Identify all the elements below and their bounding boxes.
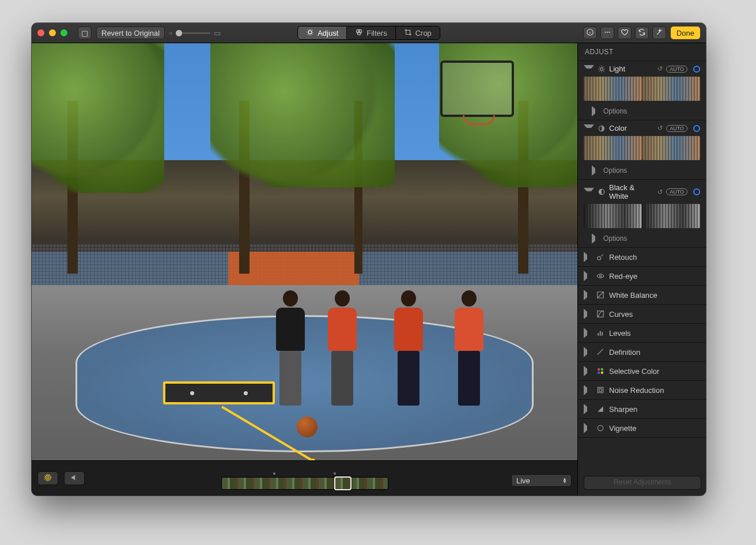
bw-header[interactable]: Black & White ↺ AUTO (578, 180, 706, 204)
disclosure-down-icon (584, 65, 594, 73)
filters-tab-label: Filters (366, 29, 387, 37)
svg-point-17 (599, 275, 602, 277)
light-auto-button[interactable]: AUTO (666, 66, 687, 73)
light-label: Light (609, 65, 654, 73)
filters-tab[interactable]: Filters (347, 27, 395, 39)
zoom-slider-group: ▫ ▭ (169, 29, 221, 37)
disclosure-right-icon (584, 290, 592, 300)
light-options-label: Options (603, 107, 627, 115)
revert-button[interactable]: Revert to Original (96, 27, 165, 39)
toolbar-right-icons (583, 27, 666, 39)
zoom-in-icon: ▭ (214, 29, 221, 37)
vignette-label: Vignette (609, 424, 700, 433)
bw-enable-toggle[interactable] (693, 188, 700, 195)
reset-adjustments-label: Reset Adjustments (614, 478, 671, 486)
reset-icon[interactable]: ↺ (657, 124, 663, 132)
light-preview-strip[interactable] (578, 77, 706, 104)
reset-icon[interactable]: ↺ (657, 188, 663, 196)
adjust-tab[interactable]: Adjust (298, 27, 347, 39)
done-button[interactable]: Done (671, 27, 700, 39)
reset-icon[interactable]: ↺ (657, 65, 663, 73)
redeye-icon (596, 272, 604, 280)
bw-icon (598, 188, 606, 196)
disclosure-right-icon (584, 385, 592, 395)
sidebar-toggle-button[interactable]: ▢ (78, 27, 92, 39)
live-mode-select[interactable]: Live ▲▼ (511, 474, 572, 487)
live-mode-value: Live (516, 476, 530, 485)
selectivecolor-label: Selective Color (609, 367, 700, 376)
disclosure-right-icon (584, 328, 592, 338)
sharpen-label: Sharpen (609, 405, 700, 414)
disclosure-right-icon (592, 233, 600, 244)
disclosure-right-icon (584, 404, 592, 414)
adjust-row-levels[interactable]: Levels (578, 324, 706, 343)
light-options-row[interactable]: Options (578, 104, 706, 120)
light-icon (598, 65, 606, 73)
adjust-sidebar: ADJUST Light ↺ AUTO O (577, 43, 706, 495)
timeline-marker-dot (273, 472, 275, 475)
done-label: Done (676, 29, 694, 37)
adjust-row-redeye[interactable]: Red-eye (578, 267, 706, 286)
light-enable-toggle[interactable] (693, 66, 700, 73)
crop-tab[interactable]: Crop (396, 27, 440, 39)
color-icon (598, 124, 606, 133)
disclosure-right-icon (584, 347, 592, 357)
adjust-row-retouch[interactable]: Retouch (578, 248, 706, 267)
adjust-row-whitebalance[interactable]: White Balance (578, 286, 706, 305)
live-photo-indicator-button[interactable] (37, 471, 58, 485)
adjust-row-noisereduction[interactable]: Noise Reduction (578, 381, 706, 400)
minimize-window-button[interactable] (49, 29, 56, 36)
timeline-keyframe-handle[interactable] (334, 476, 351, 490)
retouch-icon (596, 253, 604, 261)
light-header[interactable]: Light ↺ AUTO (578, 61, 706, 77)
disclosure-down-icon (584, 188, 594, 196)
close-window-button[interactable] (37, 29, 44, 36)
adjust-tab-label: Adjust (317, 29, 338, 37)
bw-auto-button[interactable]: AUTO (666, 188, 687, 195)
favorite-button[interactable] (618, 27, 632, 39)
bottom-bar: Live ▲▼ (32, 460, 577, 495)
disclosure-right-icon (584, 309, 592, 319)
fullscreen-window-button[interactable] (61, 29, 67, 36)
adjust-row-sharpen[interactable]: Sharpen (578, 400, 706, 419)
mute-button[interactable] (64, 471, 85, 485)
svg-point-13 (600, 67, 603, 70)
edit-mode-segmented: Adjust Filters Crop (297, 26, 440, 40)
timeline-strip[interactable] (221, 477, 388, 490)
photo-canvas[interactable] (32, 43, 577, 460)
disclosure-right-icon (584, 366, 592, 376)
color-options-row[interactable]: Options (578, 164, 706, 179)
retouch-label: Retouch (609, 253, 700, 262)
zoom-slider[interactable] (176, 32, 210, 34)
timeline-marker-dot (334, 472, 336, 475)
adjust-row-definition[interactable]: Definition (578, 343, 706, 362)
more-icon (603, 28, 611, 38)
curves-icon (596, 310, 604, 318)
main-column: Live ▲▼ (32, 43, 577, 495)
color-preview-strip[interactable] (578, 136, 706, 164)
rotate-icon (638, 28, 646, 38)
adjust-section-light: Light ↺ AUTO Options (578, 61, 706, 120)
bw-options-row[interactable]: Options (578, 232, 706, 247)
noisereduction-icon (596, 386, 604, 394)
bw-options-label: Options (603, 234, 627, 243)
info-button[interactable] (583, 27, 597, 39)
sidebar-title: ADJUST (578, 43, 706, 61)
bw-preview-strip[interactable] (578, 204, 706, 232)
svg-point-11 (46, 475, 50, 479)
color-header[interactable]: Color ↺ AUTO (578, 120, 706, 136)
adjust-row-vignette[interactable]: Vignette (578, 419, 706, 438)
reset-adjustments-button: Reset Adjustments (584, 476, 701, 490)
rotate-button[interactable] (635, 27, 649, 39)
enhance-button[interactable] (652, 27, 666, 39)
color-auto-button[interactable]: AUTO (666, 125, 687, 132)
color-options-label: Options (603, 166, 627, 175)
adjust-icon (306, 28, 314, 38)
backboard-graphic (440, 60, 514, 117)
color-enable-toggle[interactable] (693, 125, 700, 132)
adjust-row-curves[interactable]: Curves (578, 305, 706, 324)
window-controls (37, 29, 67, 36)
more-button[interactable] (600, 27, 614, 39)
adjust-row-selectivecolor[interactable]: Selective Color (578, 362, 706, 381)
zoom-knob[interactable] (176, 30, 182, 36)
